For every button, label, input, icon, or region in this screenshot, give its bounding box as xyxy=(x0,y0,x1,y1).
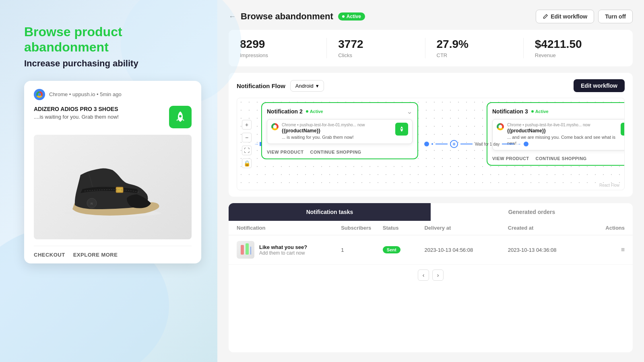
tab-generated-orders[interactable]: Generated orders xyxy=(431,203,633,221)
stat-revenue-value: $4211.50 xyxy=(535,38,610,51)
node-3-source: Chrome • pushup-test-for-live-01.mysho..… xyxy=(507,123,617,127)
connector-dot-left xyxy=(424,142,429,146)
node-3-product: {{productName}} xyxy=(507,128,617,134)
stat-clicks-label: Clicks xyxy=(338,52,413,58)
platform-select[interactable]: Android ▾ xyxy=(290,80,324,92)
connector-line-1 xyxy=(436,144,448,144)
zoom-out-button[interactable]: − xyxy=(242,133,252,142)
stat-clicks: 3772 Clicks xyxy=(338,38,425,58)
notification-preview-card: Chrome • uppush.io • 5min ago ADIZERO AD… xyxy=(24,81,201,263)
node-3-title: Notification 3 xyxy=(492,108,528,115)
node-2-view-product: VIEW PRODUCT xyxy=(267,150,304,154)
node-3-chrome-icon xyxy=(497,123,504,130)
lock-button[interactable]: 🔒 xyxy=(242,158,252,168)
node-3-actions: VIEW PRODUCT CONTINUE SHOPPING xyxy=(492,154,625,161)
add-node-button[interactable]: + xyxy=(450,140,458,148)
col-subscribers: Subscribers xyxy=(341,225,383,231)
pagination-row: ‹ › xyxy=(229,265,633,286)
node-2-chevron-icon[interactable]: ⌄ xyxy=(407,107,413,116)
explore-more-button[interactable]: EXPLORE MORE xyxy=(73,252,118,258)
tabs-row: Notification tasks Generated orders xyxy=(229,203,633,221)
notification-flow-card: Notification Flow Android ▾ Edit workflo… xyxy=(229,73,633,197)
node-3-rocket-icon xyxy=(621,123,625,136)
stat-impressions-label: Impressions xyxy=(240,52,315,58)
node-2-active-badge: Active xyxy=(306,109,323,114)
notif-actions: CHECKOUT EXPLORE MORE xyxy=(34,246,192,263)
node-3-status: Active xyxy=(535,109,549,114)
active-dot xyxy=(342,15,345,18)
product-thumb xyxy=(237,241,254,259)
active-label: Active xyxy=(347,14,361,19)
flow-controls: + − ⛶ 🔒 xyxy=(242,120,252,168)
svg-rect-9 xyxy=(246,243,249,255)
flow-connector: + Wait for 1 day → xyxy=(424,140,528,148)
stats-card: 8299 Impressions 3772 Clicks 27.9% CTR $… xyxy=(229,30,633,66)
stat-clicks-value: 3772 xyxy=(338,38,413,51)
notification-node-2: Notification 2 Active ⌄ Chrome • pushup-… xyxy=(261,102,418,159)
node-3-active-badge: Active xyxy=(531,109,549,114)
notif-text: ADIZERO ADIOS PRO 3 SHOES ....is waiting… xyxy=(34,106,164,120)
notification-node-3: Notification 3 Active ⌄ Chrome • pushup-… xyxy=(487,102,625,166)
table-row: Like what you see? Add them to cart now … xyxy=(229,235,633,265)
table-header-row: Notification Subscribers Status Delivery… xyxy=(229,221,633,235)
product-name: Like what you see? xyxy=(259,244,307,250)
connector-dot-left xyxy=(431,143,433,145)
right-panel: ← Browse abandonment Active Edit workflo… xyxy=(217,0,644,362)
next-page-button[interactable]: › xyxy=(432,269,444,281)
flow-header: Notification Flow Android ▾ Edit workflo… xyxy=(237,79,625,92)
connector-line-3 xyxy=(502,144,514,144)
node-2-title-row: Notification 2 Active xyxy=(267,108,323,115)
node-2-preview: Chrome • pushup-test-for-live-01.mysho..… xyxy=(267,119,413,144)
chevron-down-icon: ▾ xyxy=(316,83,319,89)
td-subscribers: 1 xyxy=(341,247,383,253)
td-created: 2023-10-13 04:36:08 xyxy=(508,247,591,253)
notif-source: Chrome • uppush.io • 5min ago xyxy=(49,91,122,97)
node-2-status: Active xyxy=(310,109,323,114)
svg-rect-10 xyxy=(250,247,251,255)
prev-page-button[interactable]: ‹ xyxy=(418,269,429,281)
td-notification: Like what you see? Add them to cart now xyxy=(237,241,341,259)
platform-label: Android xyxy=(295,83,314,89)
row-actions-icon[interactable]: ≡ xyxy=(621,246,625,253)
svg-point-6 xyxy=(401,128,402,129)
flow-title: Notification Flow xyxy=(237,82,285,89)
svg-rect-8 xyxy=(241,245,244,255)
stat-ctr: 27.9% CTR xyxy=(437,38,524,58)
stat-impressions: 8299 Impressions xyxy=(240,38,327,58)
node-2-title: Notification 2 xyxy=(267,108,303,115)
notif-rocket-icon xyxy=(169,106,192,128)
flow-title-row: Notification Flow Android ▾ xyxy=(237,80,324,92)
turn-off-button[interactable]: Turn off xyxy=(598,10,633,23)
stat-impressions-value: 8299 xyxy=(240,38,315,51)
edit-workflow-label: Edit workflow xyxy=(551,13,587,20)
edit-icon xyxy=(543,14,548,19)
td-delivery: 2023-10-13 04:56:08 xyxy=(424,247,508,253)
node-2-continue-shopping: CONTINUE SHOPPING xyxy=(310,150,361,154)
hero-subtitle: Increase purchasing ability xyxy=(24,58,201,69)
chrome-icon xyxy=(34,89,45,100)
zoom-in-button[interactable]: + xyxy=(242,120,252,130)
stat-ctr-value: 27.9% xyxy=(437,38,512,51)
node-3-continue-shopping: CONTINUE SHOPPING xyxy=(536,156,587,161)
node-2-preview-content: Chrome • pushup-test-for-live-01.mysho..… xyxy=(282,123,392,140)
fit-view-button[interactable]: ⛶ xyxy=(242,146,252,155)
arrow-right-icon: → xyxy=(516,141,521,147)
col-actions: Actions xyxy=(591,225,625,231)
svg-point-0 xyxy=(179,115,182,117)
checkout-button[interactable]: CHECKOUT xyxy=(34,252,65,258)
edit-flow-button[interactable]: Edit workflow xyxy=(574,79,625,92)
page-header: ← Browse abandonment Active Edit workflo… xyxy=(229,10,633,23)
notif-product-desc: ....is waiting for you. Grab them now! xyxy=(34,114,164,120)
node-2-chrome-icon xyxy=(271,123,279,130)
edit-workflow-button[interactable]: Edit workflow xyxy=(536,10,594,23)
connector-dot-right xyxy=(524,142,528,146)
tab-notification-tasks[interactable]: Notification tasks xyxy=(229,203,431,221)
td-actions: ≡ xyxy=(591,246,625,253)
stat-revenue: $4211.50 Revenue xyxy=(535,38,621,58)
svg-text:R: R xyxy=(91,202,93,206)
td-status: Sent xyxy=(383,246,425,253)
node-2-source: Chrome • pushup-test-for-live-01.mysho..… xyxy=(282,123,392,127)
notif-header: Chrome • uppush.io • 5min ago xyxy=(34,89,192,100)
connector-line-2 xyxy=(460,144,473,144)
node-2-desc: ... is waiting for you. Grab them now! xyxy=(282,134,392,140)
